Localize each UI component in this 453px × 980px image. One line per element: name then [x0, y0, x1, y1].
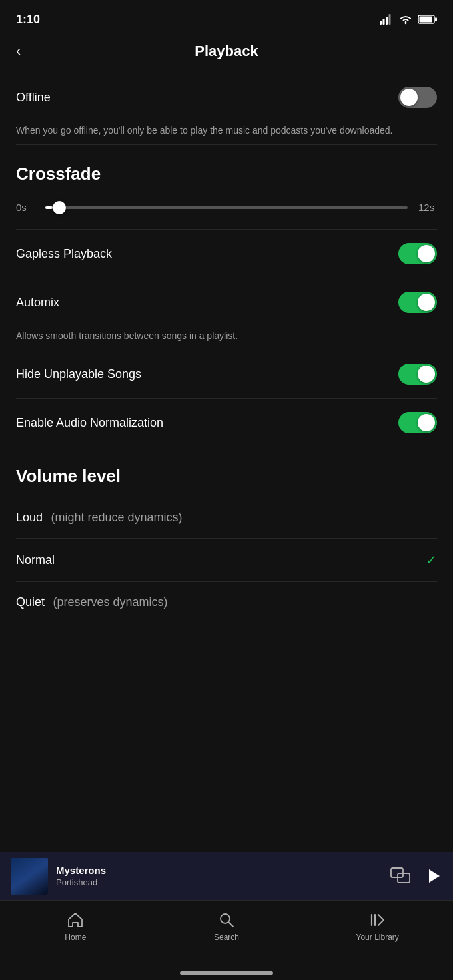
volume-loud-sub: (might reduce dynamics)	[51, 511, 183, 524]
crossfade-slider-fill	[45, 206, 53, 209]
now-playing-bar[interactable]: Mysterons Portishead	[0, 852, 453, 900]
volume-level-heading: Volume level	[16, 447, 437, 497]
page-title: Playback	[195, 43, 258, 60]
nav-item-home[interactable]: Home	[0, 909, 151, 942]
crossfade-min-label: 0s	[16, 202, 35, 213]
crossfade-slider-thumb[interactable]	[53, 201, 66, 214]
crossfade-slider-row: 0s 12s	[16, 195, 437, 229]
crossfade-max-label: 12s	[418, 202, 437, 213]
play-button-icon[interactable]	[424, 867, 442, 885]
automix-description: Allows smooth transitions between songs …	[16, 329, 437, 350]
svg-rect-2	[386, 17, 388, 25]
track-name: Mysterons	[56, 865, 382, 876]
battery-icon	[418, 15, 437, 24]
track-info: Mysterons Portishead	[56, 865, 382, 887]
svg-rect-6	[435, 17, 437, 21]
automix-label: Automix	[16, 296, 59, 310]
signal-icon	[380, 14, 393, 25]
header: ‹ Playback	[0, 35, 453, 73]
automix-setting-row: Automix	[16, 278, 437, 326]
audio-normalization-toggle-knob	[418, 414, 435, 431]
search-icon	[218, 911, 235, 929]
volume-quiet-sub: (preserves dynamics)	[53, 595, 167, 609]
volume-normal-item[interactable]: Normal ✓	[16, 539, 437, 581]
automix-toggle[interactable]	[398, 292, 437, 313]
svg-marker-9	[429, 869, 440, 883]
track-artist: Portishead	[56, 877, 382, 887]
gapless-setting-row: Gapless Playback	[16, 230, 437, 278]
volume-quiet-item[interactable]: Quiet (preserves dynamics)	[16, 582, 437, 622]
offline-toggle-knob	[400, 89, 418, 106]
volume-quiet-label: Quiet	[16, 595, 45, 609]
wifi-icon	[398, 14, 413, 25]
svg-rect-7	[391, 868, 403, 877]
connect-device-icon[interactable]	[390, 867, 410, 885]
svg-rect-5	[420, 17, 432, 23]
gapless-toggle[interactable]	[398, 243, 437, 264]
gapless-label: Gapless Playback	[16, 247, 112, 261]
volume-loud-item[interactable]: Loud (might reduce dynamics)	[16, 497, 437, 538]
nav-label-home: Home	[65, 933, 86, 942]
content-area: Offline When you go offline, you'll only…	[0, 73, 453, 622]
svg-rect-1	[383, 19, 385, 25]
status-bar: 1:10	[0, 0, 453, 35]
home-indicator	[180, 971, 273, 975]
hide-unplayable-toggle[interactable]	[398, 364, 437, 385]
audio-normalization-setting-row: Enable Audio Normalization	[16, 399, 437, 447]
hide-unplayable-setting-row: Hide Unplayable Songs	[16, 350, 437, 398]
volume-normal-label: Normal	[16, 553, 55, 567]
home-icon	[67, 911, 84, 929]
svg-line-11	[229, 923, 234, 927]
library-icon	[369, 911, 386, 929]
hide-unplayable-toggle-knob	[418, 366, 435, 383]
hide-unplayable-label: Hide Unplayable Songs	[16, 368, 141, 381]
offline-setting-row: Offline	[16, 73, 437, 121]
back-button[interactable]: ‹	[16, 43, 21, 60]
status-time: 1:10	[16, 13, 40, 27]
audio-normalization-toggle[interactable]	[398, 412, 437, 433]
nav-item-library[interactable]: Your Library	[302, 909, 453, 942]
automix-toggle-knob	[418, 294, 435, 311]
gapless-toggle-knob	[418, 245, 435, 262]
crossfade-slider-track[interactable]	[45, 206, 408, 209]
nav-label-search: Search	[214, 933, 239, 942]
volume-loud-label: Loud	[16, 511, 43, 524]
svg-rect-0	[380, 21, 382, 25]
now-playing-controls	[390, 867, 442, 885]
bottom-nav: Home Search Your Library	[0, 900, 453, 980]
nav-label-library: Your Library	[356, 933, 399, 942]
offline-label: Offline	[16, 91, 51, 105]
audio-normalization-label: Enable Audio Normalization	[16, 416, 163, 430]
svg-rect-8	[398, 873, 410, 883]
volume-normal-checkmark: ✓	[426, 552, 437, 568]
offline-toggle[interactable]	[398, 87, 437, 108]
svg-rect-3	[389, 14, 391, 25]
status-icons	[380, 14, 437, 25]
nav-item-search[interactable]: Search	[151, 909, 302, 942]
crossfade-heading: Crossfade	[16, 145, 437, 195]
album-thumbnail	[11, 858, 48, 895]
offline-description: When you go offline, you'll only be able…	[16, 124, 437, 144]
